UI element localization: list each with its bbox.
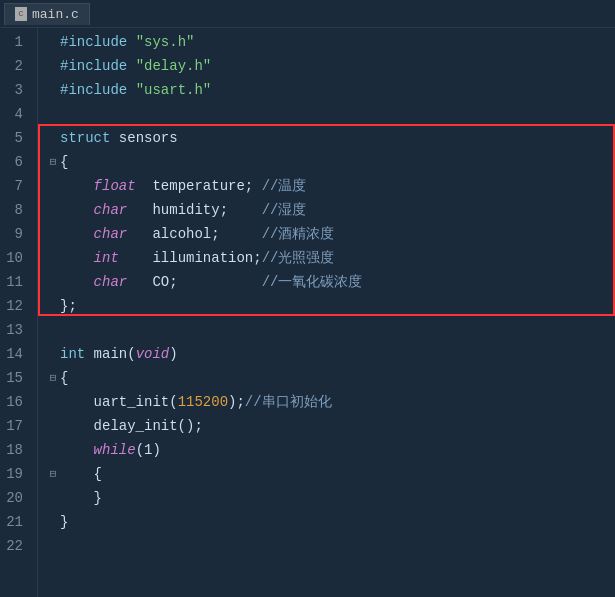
fold-spacer-8 <box>46 203 60 217</box>
code-text-2: #include "delay.h" <box>60 54 211 78</box>
code-text-19: { <box>60 462 102 486</box>
code-text-9: char alcohol; //酒精浓度 <box>60 222 334 246</box>
line-number-13: 13 <box>0 318 29 342</box>
line-number-19: 19 <box>0 462 29 486</box>
line-number-5: 5 <box>0 126 29 150</box>
code-line-2: #include "delay.h" <box>46 54 615 78</box>
line-number-9: 9 <box>0 222 29 246</box>
code-line-6: ⊟{ <box>46 150 615 174</box>
code-line-15: ⊟{ <box>46 366 615 390</box>
code-text-1: #include "sys.h" <box>60 30 194 54</box>
fold-spacer-21 <box>46 515 60 529</box>
code-text-7: float temperature; //温度 <box>60 174 306 198</box>
tab-main-c[interactable]: c main.c <box>4 3 90 25</box>
code-text-5: struct sensors <box>60 126 178 150</box>
fold-spacer-20 <box>46 491 60 505</box>
line-number-7: 7 <box>0 174 29 198</box>
tab-label: main.c <box>32 7 79 22</box>
code-content: #include "sys.h"#include "delay.h"#inclu… <box>38 28 615 597</box>
code-area: 12345678910111213141516171819202122 #inc… <box>0 28 615 597</box>
code-line-19: ⊟ { <box>46 462 615 486</box>
line-number-17: 17 <box>0 414 29 438</box>
fold-spacer-13 <box>46 323 60 337</box>
line-number-18: 18 <box>0 438 29 462</box>
code-line-18: while(1) <box>46 438 615 462</box>
line-number-11: 11 <box>0 270 29 294</box>
code-text-16: uart_init(115200);//串口初始化 <box>60 390 332 414</box>
code-text-10: int illumination;//光照强度 <box>60 246 334 270</box>
line-number-4: 4 <box>0 102 29 126</box>
fold-spacer-17 <box>46 419 60 433</box>
code-text-18: while(1) <box>60 438 161 462</box>
line-number-6: 6 <box>0 150 29 174</box>
line-number-2: 2 <box>0 54 29 78</box>
code-line-10: int illumination;//光照强度 <box>46 246 615 270</box>
code-text-11: char CO; //一氧化碳浓度 <box>60 270 362 294</box>
fold-indicator-19[interactable]: ⊟ <box>46 467 60 481</box>
fold-spacer-11 <box>46 275 60 289</box>
code-line-8: char humidity; //湿度 <box>46 198 615 222</box>
code-line-4 <box>46 102 615 126</box>
fold-spacer-2 <box>46 59 60 73</box>
code-text-8: char humidity; //湿度 <box>60 198 306 222</box>
code-text-14: int main(void) <box>60 342 178 366</box>
fold-spacer-16 <box>46 395 60 409</box>
fold-spacer-7 <box>46 179 60 193</box>
code-line-7: float temperature; //温度 <box>46 174 615 198</box>
fold-spacer-5 <box>46 131 60 145</box>
code-text-20: } <box>60 486 102 510</box>
code-text-15: { <box>60 366 68 390</box>
code-line-17: delay_init(); <box>46 414 615 438</box>
code-text-6: { <box>60 150 68 174</box>
line-number-1: 1 <box>0 30 29 54</box>
line-number-21: 21 <box>0 510 29 534</box>
fold-indicator-6[interactable]: ⊟ <box>46 155 60 169</box>
code-line-16: uart_init(115200);//串口初始化 <box>46 390 615 414</box>
file-icon: c <box>15 7 27 21</box>
code-line-20: } <box>46 486 615 510</box>
code-line-14: int main(void) <box>46 342 615 366</box>
fold-spacer-22 <box>46 539 60 553</box>
code-line-3: #include "usart.h" <box>46 78 615 102</box>
line-number-15: 15 <box>0 366 29 390</box>
fold-spacer-12 <box>46 299 60 313</box>
line-numbers: 12345678910111213141516171819202122 <box>0 28 38 597</box>
line-number-22: 22 <box>0 534 29 558</box>
line-number-12: 12 <box>0 294 29 318</box>
code-line-22 <box>46 534 615 558</box>
fold-spacer-4 <box>46 107 60 121</box>
code-text-21: } <box>60 510 68 534</box>
fold-spacer-9 <box>46 227 60 241</box>
line-number-10: 10 <box>0 246 29 270</box>
editor: c main.c 1234567891011121314151617181920… <box>0 0 615 597</box>
line-number-20: 20 <box>0 486 29 510</box>
fold-spacer-10 <box>46 251 60 265</box>
code-line-9: char alcohol; //酒精浓度 <box>46 222 615 246</box>
code-text-17: delay_init(); <box>60 414 203 438</box>
line-number-8: 8 <box>0 198 29 222</box>
tab-bar: c main.c <box>0 0 615 28</box>
line-number-14: 14 <box>0 342 29 366</box>
fold-spacer-1 <box>46 35 60 49</box>
fold-indicator-15[interactable]: ⊟ <box>46 371 60 385</box>
fold-spacer-3 <box>46 83 60 97</box>
code-line-1: #include "sys.h" <box>46 30 615 54</box>
code-line-12: }; <box>46 294 615 318</box>
fold-spacer-14 <box>46 347 60 361</box>
code-line-13 <box>46 318 615 342</box>
code-line-21: } <box>46 510 615 534</box>
fold-spacer-18 <box>46 443 60 457</box>
code-line-11: char CO; //一氧化碳浓度 <box>46 270 615 294</box>
code-line-5: struct sensors <box>46 126 615 150</box>
line-number-16: 16 <box>0 390 29 414</box>
code-text-12: }; <box>60 294 77 318</box>
line-number-3: 3 <box>0 78 29 102</box>
code-text-3: #include "usart.h" <box>60 78 211 102</box>
